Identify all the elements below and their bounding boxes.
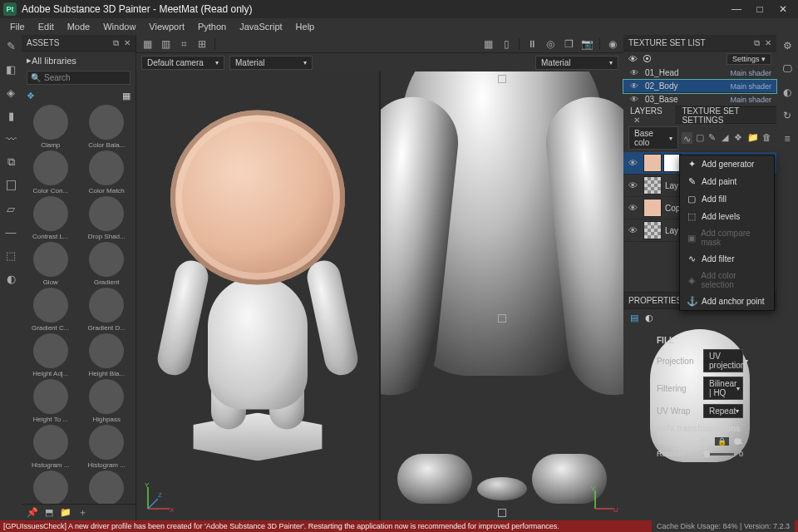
projection-tool-icon[interactable]: ◈ — [3, 85, 18, 100]
close-icon[interactable]: ✕ — [124, 38, 131, 47]
filtering-dropdown[interactable]: Bilinear | HQ▾ — [703, 377, 743, 400]
delete-icon[interactable]: 🗑 — [762, 132, 771, 144]
history-icon[interactable]: ↻ — [780, 108, 795, 123]
tool-icon[interactable]: ⬚ — [3, 248, 18, 263]
viewport-2d[interactable]: VU — [381, 71, 623, 520]
menu-window[interactable]: Window — [96, 20, 142, 33]
display-icon[interactable]: 🖵 — [780, 62, 795, 76]
menu-javascript[interactable]: JavaScript — [233, 20, 288, 33]
clone-tool-icon[interactable]: ⧉ — [3, 155, 18, 170]
shader-link[interactable]: Main shader — [730, 69, 771, 77]
menu-mode[interactable]: Mode — [61, 20, 97, 33]
camera-dropdown[interactable]: Default camera▾ — [141, 56, 224, 70]
asset-item[interactable]: Color Match — [81, 150, 133, 195]
material-dropdown-2[interactable]: Material▾ — [535, 56, 618, 70]
shader-link[interactable]: Main shader — [730, 82, 771, 91]
undock-icon[interactable]: ⧉ — [113, 38, 119, 48]
folder-icon[interactable]: 📁 — [747, 132, 759, 144]
eraser-tool-icon[interactable]: ◧ — [3, 62, 18, 76]
handle-icon[interactable] — [498, 509, 506, 517]
effect-icon[interactable]: ∿ — [682, 132, 692, 144]
menu-help[interactable]: Help — [289, 20, 322, 33]
tsl-settings-dropdown[interactable]: Settings ▾ — [727, 53, 771, 65]
asset-item[interactable]: Invert — [81, 470, 133, 504]
asset-item[interactable]: Height Adj... — [25, 333, 76, 377]
asset-item[interactable]: Contrast L... — [25, 196, 76, 240]
menu-python[interactable]: Python — [191, 20, 233, 33]
visibility-icon[interactable]: 👁 — [628, 81, 640, 91]
symmetry-icon[interactable]: ⌗ — [176, 37, 191, 52]
asset-item[interactable]: Histogram ... — [25, 425, 76, 469]
mask-icon[interactable]: ▢ — [696, 132, 705, 144]
assets-search[interactable]: 🔍 Search — [27, 71, 131, 85]
polygon-fill-icon[interactable]: ▱ — [3, 201, 18, 216]
material-tab-icon[interactable]: ◐ — [645, 313, 653, 323]
visibility-icon[interactable]: 👁 — [628, 180, 640, 190]
asset-item[interactable]: Clamp — [25, 105, 76, 149]
menu-item[interactable]: ⚓Add anchor point — [680, 293, 774, 310]
solo-icon[interactable]: ⦿ — [643, 54, 652, 64]
pin-icon[interactable]: 📌 — [27, 507, 38, 518]
menu-item[interactable]: ✎Add paint — [680, 173, 774, 190]
menu-file[interactable]: File — [3, 20, 32, 33]
uv-transformations-label[interactable]: ▾ UV transformations — [657, 424, 743, 433]
brush-tool-icon[interactable]: ✎ — [3, 38, 18, 53]
asset-item[interactable]: Histogram ... — [81, 425, 133, 469]
symmetry-icon[interactable]: ⊞ — [195, 37, 209, 52]
visibility-icon[interactable]: 👁 — [628, 203, 640, 213]
fill-tab-icon[interactable]: ▤ — [630, 313, 638, 323]
log-icon[interactable]: ≡ — [780, 131, 795, 146]
rotation-slider[interactable] — [703, 453, 734, 456]
brush-icon[interactable]: ✎ — [708, 132, 717, 144]
layout-icon[interactable]: ▯ — [499, 37, 514, 52]
projection-dropdown[interactable]: UV projection▾ — [703, 349, 743, 372]
minimize-button[interactable]: — — [725, 0, 748, 18]
shader-link[interactable]: Main shader — [730, 96, 771, 104]
handle-icon[interactable] — [498, 314, 506, 323]
menu-item[interactable]: ⬚Add levels — [680, 208, 774, 225]
menu-item[interactable]: ∿Add filter — [680, 250, 774, 268]
asset-item[interactable]: Gradient — [81, 242, 133, 286]
add-icon[interactable]: ＋ — [78, 506, 87, 519]
render-icon[interactable]: ◎ — [543, 37, 558, 52]
smart-icon[interactable]: ❖ — [734, 132, 743, 144]
handle-icon[interactable] — [498, 75, 506, 83]
maximize-button[interactable]: □ — [748, 0, 771, 18]
library-dropdown[interactable]: ▸ All libraries — [22, 52, 135, 69]
menu-item[interactable]: ▢Add fill — [680, 190, 774, 208]
pause-icon[interactable]: ⏸ — [525, 37, 539, 52]
asset-item[interactable]: Color Con... — [25, 150, 76, 195]
tool-icon[interactable]: ◐ — [3, 271, 18, 286]
menu-edit[interactable]: Edit — [32, 20, 61, 33]
undock-icon[interactable]: ⧉ — [754, 38, 760, 48]
close-icon[interactable]: ✕ — [633, 116, 640, 125]
asset-item[interactable]: Drop Shad... — [81, 196, 133, 240]
settings-icon[interactable]: ⚙ — [780, 38, 795, 53]
grid-view-icon[interactable]: ▦ — [122, 91, 131, 101]
menu-item[interactable]: ✦Add generator — [680, 155, 774, 173]
texture-set-row[interactable]: 👁01_HeadMain shader — [623, 66, 776, 80]
folder-icon[interactable]: 📁 — [60, 507, 71, 518]
lock-icon[interactable]: 🔒 — [715, 437, 729, 446]
close-icon[interactable]: ✕ — [765, 38, 771, 47]
visibility-icon[interactable]: 👁 — [628, 158, 640, 168]
visibility-icon[interactable]: 👁 — [628, 225, 640, 235]
asset-item[interactable]: Gradient D... — [81, 288, 133, 332]
import-icon[interactable]: ⬒ — [45, 507, 53, 518]
asset-item[interactable]: HSL Perce... — [25, 470, 76, 504]
channel-dropdown[interactable]: Base colo▾ — [628, 126, 678, 150]
asset-item[interactable]: Gradient C... — [25, 288, 76, 332]
close-button[interactable]: ✕ — [771, 0, 795, 18]
uvwrap-dropdown[interactable]: Repeat▾ — [703, 404, 743, 418]
asset-item[interactable]: Color Bala... — [81, 105, 133, 149]
filter-icon[interactable]: ❖ — [27, 91, 35, 101]
asset-item[interactable]: Glow — [25, 242, 76, 286]
visibility-icon[interactable]: 👁 — [628, 95, 640, 104]
camera-icon[interactable]: 📷 — [579, 37, 594, 52]
texture-set-row[interactable]: 👁02_BodyMain shader — [623, 80, 776, 93]
fill-icon[interactable]: ◢ — [722, 132, 731, 144]
grid-icon[interactable]: ▦ — [480, 37, 495, 52]
shader-icon[interactable]: ◐ — [780, 85, 795, 100]
fill-tool-icon[interactable]: ▮ — [3, 108, 18, 123]
material-dropdown-1[interactable]: Material▾ — [229, 56, 313, 70]
